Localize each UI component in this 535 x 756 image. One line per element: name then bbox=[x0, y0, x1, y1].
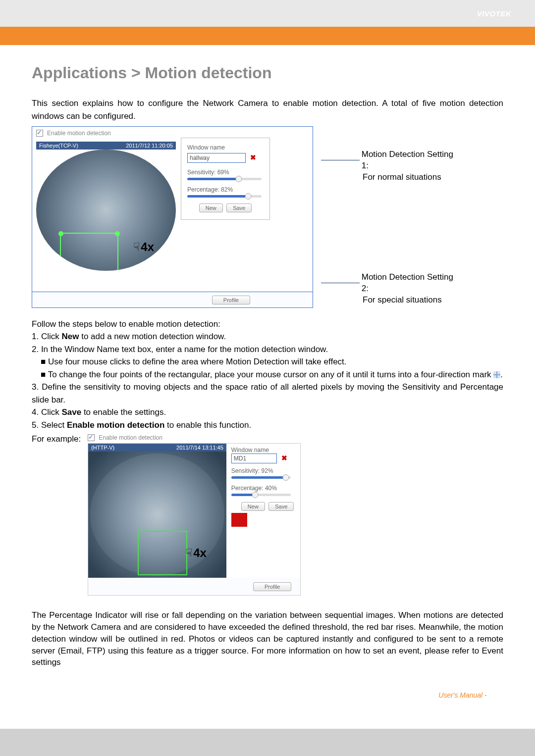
profile-bar-2: Profile bbox=[88, 578, 300, 595]
brand-text: VIVOTEK bbox=[477, 9, 511, 18]
zoom-control-1[interactable]: ☟ 4x bbox=[133, 240, 154, 254]
step-5: 5. Select Enable motion detection to ena… bbox=[32, 419, 503, 432]
new-button-1[interactable]: New bbox=[199, 203, 223, 212]
step-2a: ■ Use four mouse clicks to define the ar… bbox=[32, 355, 503, 368]
save-button-2[interactable]: Save bbox=[268, 502, 294, 511]
header-orange-strip bbox=[0, 27, 535, 45]
enable-motion-label: Enable motion detection bbox=[47, 130, 111, 137]
zoom-control-2[interactable]: ☟ 4x bbox=[186, 546, 207, 560]
window-name-input-2[interactable]: MD1 bbox=[231, 454, 277, 463]
intro-paragraph: This section explains how to configure t… bbox=[32, 97, 503, 123]
profile-button-1[interactable]: Profile bbox=[212, 296, 250, 304]
steps-intro: Follow the steps below to enable motion … bbox=[32, 318, 503, 331]
fisheye-view-2[interactable]: ☟ 4x bbox=[88, 452, 226, 578]
callout-setting-1: Motion Detection Setting 1: For normal s… bbox=[321, 149, 460, 183]
window-name-label-2: Window name bbox=[231, 447, 295, 454]
motion-indicator bbox=[231, 513, 247, 527]
motion-detection-panel-1: Enable motion detection Fisheye(TCP-V) 2… bbox=[32, 126, 313, 292]
step-4: 4. Click Save to enable the settings. bbox=[32, 406, 503, 419]
enable-motion-checkbox-1[interactable]: Enable motion detection bbox=[36, 130, 111, 137]
step-2: 2. In the Window Name text box, enter a … bbox=[32, 343, 503, 356]
percentage-slider-2[interactable] bbox=[231, 494, 291, 496]
percentage-label-1: Percentage: 82% bbox=[187, 186, 264, 193]
window-name-input[interactable]: hallway bbox=[187, 153, 246, 163]
closing-paragraph: The Percentage Indicator will rise or fa… bbox=[32, 609, 503, 668]
detection-window-2[interactable] bbox=[138, 531, 187, 575]
page-footer: User's Manual - 117 bbox=[32, 691, 503, 699]
detection-window-1[interactable] bbox=[60, 233, 118, 271]
camera-preview-2: (HTTP-V) 2011/7/14 13:11:45 ☟ 4x bbox=[88, 444, 226, 578]
window-name-label: Window name bbox=[187, 144, 264, 151]
zoom-level-1: 4x bbox=[141, 240, 154, 254]
step-3: 3. Define the sensitivity to moving obje… bbox=[32, 381, 503, 406]
callout-setting-2: Motion Detection Setting 2: For special … bbox=[321, 272, 460, 306]
sensitivity-label-1: Sensitivity: 69% bbox=[187, 169, 264, 176]
sensitivity-slider-2[interactable] bbox=[231, 476, 291, 479]
percentage-slider-1[interactable] bbox=[187, 195, 262, 198]
save-button-1[interactable]: Save bbox=[226, 203, 252, 212]
new-button-2[interactable]: New bbox=[241, 502, 265, 511]
detection-settings-panel-2: Window name MD1 ✖ Sensitivity: 92% Perce… bbox=[226, 444, 300, 578]
close-icon[interactable]: ✖ bbox=[281, 454, 287, 462]
step-1: 1. Click New to add a new motion detecti… bbox=[32, 330, 503, 343]
four-direction-icon bbox=[493, 371, 500, 378]
camera-time-1: 2011/7/12 11:20:05 bbox=[126, 143, 173, 149]
checkbox-icon bbox=[36, 130, 43, 137]
camera-time-2: 2011/7/14 13:11:45 bbox=[176, 445, 223, 451]
camera-title-2: (HTTP-V) bbox=[91, 445, 114, 451]
profile-button-2[interactable]: Profile bbox=[253, 582, 291, 591]
zoom-level-2: 4x bbox=[193, 546, 207, 560]
step-2b: ■ To change the four points of the recta… bbox=[32, 368, 503, 381]
hand-icon: ☟ bbox=[186, 547, 192, 559]
close-icon[interactable]: ✖ bbox=[250, 153, 256, 161]
camera-title-1: Fisheye(TCP-V) bbox=[39, 143, 78, 149]
profile-bar-1: Profile bbox=[32, 292, 313, 308]
enable-motion-label-2: Enable motion detection bbox=[99, 434, 162, 441]
motion-detection-panel-2: (HTTP-V) 2011/7/14 13:11:45 ☟ 4x bbox=[88, 443, 301, 596]
sensitivity-label-2: Sensitivity: 92% bbox=[231, 467, 295, 474]
enable-motion-checkbox-2[interactable]: Enable motion detection bbox=[88, 434, 162, 441]
camera-preview-1: Fisheye(TCP-V) 2011/7/12 11:20:05 ☟ 4x bbox=[36, 142, 176, 273]
detection-settings-panel-1: Window name hallway ✖ Sensitivity: 69% P… bbox=[181, 138, 270, 220]
sensitivity-slider-1[interactable] bbox=[187, 178, 262, 180]
checkbox-icon bbox=[88, 434, 95, 441]
for-example-label: For example: bbox=[32, 434, 81, 444]
page-title: Applications > Motion detection bbox=[32, 64, 503, 82]
fisheye-view-1[interactable]: ☟ 4x bbox=[36, 150, 176, 271]
hand-icon: ☟ bbox=[133, 241, 140, 253]
percentage-label-2: Percentage: 40% bbox=[231, 485, 295, 492]
